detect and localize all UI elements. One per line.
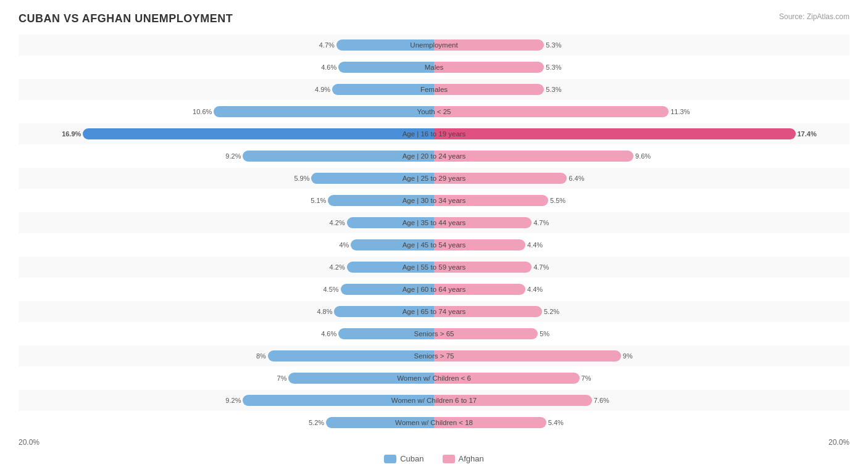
chart-row: Women w/ Children < 67%7%: [19, 368, 849, 389]
afghan-value: 17.4%: [798, 130, 817, 138]
afghan-value: 4.4%: [527, 286, 543, 293]
cuban-value: 9.2%: [225, 152, 241, 160]
chart-row: Seniors > 758%9%: [19, 345, 849, 366]
chart-row: Females4.9%5.3%: [19, 79, 849, 100]
chart-row: Youth < 2510.6%11.3%: [19, 101, 849, 122]
afghan-value: 4.4%: [527, 241, 543, 249]
chart-title: CUBAN VS AFGHAN UNEMPLOYMENT: [19, 12, 849, 25]
cuban-bar: [336, 39, 434, 51]
x-axis-right: 20.0%: [828, 438, 849, 447]
chart-row: Women w/ Children < 185.2%5.4%: [19, 412, 849, 433]
cuban-value: 4.8%: [317, 308, 332, 315]
cuban-value: 4.9%: [315, 86, 330, 93]
afghan-bar: [434, 195, 548, 206]
afghan-bar: [434, 217, 532, 228]
cuban-value: 9.2%: [225, 397, 241, 404]
chart-row: Age | 25 to 29 years5.9%6.4%: [19, 168, 849, 189]
cuban-bar: [338, 328, 434, 339]
legend-cuban-color: [384, 455, 396, 463]
cuban-bar: [351, 239, 434, 250]
cuban-bar: [341, 284, 434, 295]
afghan-value: 5.5%: [550, 197, 565, 204]
afghan-bar: [434, 151, 633, 162]
cuban-bar: [338, 62, 434, 73]
afghan-bar: [434, 284, 525, 295]
cuban-value: 5.1%: [311, 197, 326, 204]
cuban-value: 4.6%: [321, 64, 336, 71]
afghan-value: 5.3%: [546, 86, 561, 93]
cuban-value: 4.5%: [323, 286, 339, 293]
afghan-bar: [434, 373, 580, 384]
chart-row: Age | 65 to 74 years4.8%5.2%: [19, 301, 849, 322]
afghan-value: 5.3%: [546, 41, 561, 49]
afghan-bar: [434, 84, 544, 95]
cuban-value: 5.2%: [309, 419, 324, 426]
afghan-bar: [434, 395, 592, 406]
chart-row: Women w/ Children 6 to 179.2%7.6%: [19, 390, 849, 411]
legend-afghan: Afghan: [443, 454, 484, 463]
cuban-value: 4.7%: [319, 41, 335, 49]
afghan-value: 4.7%: [533, 219, 549, 226]
cuban-bar: [326, 417, 434, 428]
chart-row: Age | 20 to 24 years9.2%9.6%: [19, 146, 849, 167]
afghan-bar: [434, 350, 621, 362]
chart-area: Unemployment4.7%5.3%Males4.6%5.3%Females…: [19, 35, 849, 433]
chart-source: Source: ZipAtlas.com: [779, 12, 849, 21]
cuban-value: 4.2%: [330, 219, 345, 226]
chart-row: Age | 45 to 54 years4%4.4%: [19, 234, 849, 255]
cuban-bar: [214, 106, 434, 117]
cuban-value: 5.9%: [294, 175, 309, 182]
cuban-value: 16.9%: [62, 130, 81, 138]
cuban-bar: [311, 173, 434, 184]
afghan-value: 4.7%: [533, 263, 549, 271]
chart-container: CUBAN VS AFGHAN UNEMPLOYMENT Source: Zip…: [0, 0, 868, 467]
afghan-bar: [434, 328, 538, 339]
afghan-bar: [434, 62, 544, 73]
cuban-value: 7%: [277, 374, 287, 382]
cuban-bar: [334, 306, 434, 317]
legend: Cuban Afghan: [19, 454, 849, 463]
legend-afghan-color: [443, 455, 455, 463]
chart-row: Age | 35 to 44 years4.2%4.7%: [19, 212, 849, 233]
x-axis-left: 20.0%: [19, 438, 40, 447]
afghan-bar: [434, 106, 669, 117]
chart-row: Seniors > 654.6%5%: [19, 323, 849, 344]
afghan-bar: [434, 39, 544, 51]
legend-afghan-label: Afghan: [459, 454, 484, 463]
afghan-bar: [434, 262, 532, 273]
cuban-bar: [83, 128, 434, 139]
cuban-bar: [243, 151, 434, 162]
afghan-value: 9%: [623, 352, 633, 360]
cuban-bar: [332, 84, 434, 95]
cuban-value: 4.6%: [321, 330, 336, 337]
afghan-bar: [434, 239, 525, 250]
chart-row: Unemployment4.7%5.3%: [19, 35, 849, 56]
cuban-bar: [268, 350, 434, 362]
afghan-value: 9.6%: [635, 152, 651, 160]
cuban-bar: [347, 217, 434, 228]
afghan-bar: [434, 417, 546, 428]
cuban-bar: [288, 373, 434, 384]
afghan-value: 5.3%: [546, 64, 561, 71]
afghan-value: 7.6%: [594, 397, 609, 404]
cuban-bar: [347, 262, 434, 273]
afghan-value: 5.4%: [548, 419, 564, 426]
cuban-value: 4.2%: [330, 263, 345, 271]
legend-cuban-label: Cuban: [400, 454, 424, 463]
afghan-bar: [434, 173, 567, 184]
chart-row: Age | 30 to 34 years5.1%5.5%: [19, 190, 849, 211]
chart-row: Age | 55 to 59 years4.2%4.7%: [19, 257, 849, 278]
chart-row: Age | 16 to 19 years16.9%17.4%: [19, 123, 849, 144]
afghan-bar: [434, 128, 796, 139]
afghan-value: 5%: [540, 330, 549, 337]
afghan-value: 5.2%: [544, 308, 559, 315]
afghan-value: 7%: [582, 374, 591, 382]
cuban-value: 4%: [340, 241, 349, 249]
cuban-value: 8%: [256, 352, 266, 360]
afghan-value: 6.4%: [569, 175, 584, 182]
cuban-value: 10.6%: [193, 108, 212, 115]
chart-row: Males4.6%5.3%: [19, 57, 849, 78]
legend-cuban: Cuban: [384, 454, 424, 463]
cuban-bar: [243, 395, 434, 406]
cuban-bar: [328, 195, 434, 206]
